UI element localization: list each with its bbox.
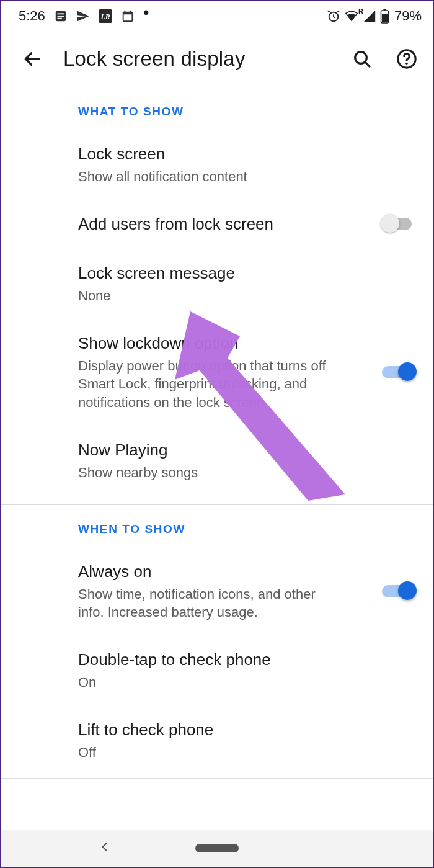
item-title: Lock screen xyxy=(78,143,415,165)
item-double-tap[interactable]: Double-tap to check phone On xyxy=(1,635,433,705)
item-subtitle: Show nearby songs xyxy=(78,463,345,482)
nav-back-button[interactable] xyxy=(99,841,111,856)
calendar-icon xyxy=(121,9,135,23)
item-title: Lift to check phone xyxy=(78,719,415,741)
toggle-add-users[interactable] xyxy=(382,214,415,234)
svg-line-12 xyxy=(365,62,370,66)
item-title: Lock screen message xyxy=(78,262,415,284)
item-lift-to-check[interactable]: Lift to check phone Off xyxy=(1,705,433,776)
item-lock-screen-message[interactable]: Lock screen message None xyxy=(1,249,433,319)
item-show-lockdown[interactable]: Show lockdown option Display power butto… xyxy=(1,319,433,426)
toggle-show-lockdown[interactable] xyxy=(382,362,415,382)
item-title: Add users from lock screen xyxy=(78,213,372,235)
message-icon xyxy=(54,9,68,23)
battery-percent: 79% xyxy=(394,8,422,24)
cell-signal-icon xyxy=(363,9,376,23)
item-title: Double-tap to check phone xyxy=(78,649,415,671)
svg-rect-9 xyxy=(382,14,388,22)
item-add-users[interactable]: Add users from lock screen xyxy=(1,200,433,249)
help-button[interactable] xyxy=(393,45,420,73)
svg-point-14 xyxy=(405,62,407,64)
item-always-on[interactable]: Always on Show time, notification icons,… xyxy=(1,547,433,635)
item-title: Always on xyxy=(78,561,372,583)
section-header-when-to-show: WHEN TO SHOW xyxy=(1,505,433,547)
item-lock-screen[interactable]: Lock screen Show all notification conten… xyxy=(1,130,433,200)
chevron-left-icon xyxy=(99,841,111,853)
screen: 5:26 LR • R xyxy=(1,1,433,832)
alarm-icon xyxy=(327,9,340,23)
item-now-playing[interactable]: Now Playing Show nearby songs xyxy=(1,426,433,496)
status-left: 5:26 LR • xyxy=(19,8,149,24)
item-subtitle: Display power button option that turns o… xyxy=(78,357,345,412)
svg-text:LR: LR xyxy=(100,12,110,21)
page-title: Lock screen display xyxy=(63,47,331,71)
svg-rect-2 xyxy=(57,16,64,17)
svg-rect-3 xyxy=(57,18,61,19)
section-header-what-to-show: WHAT TO SHOW xyxy=(1,87,433,130)
item-subtitle: On xyxy=(78,673,345,692)
back-button[interactable] xyxy=(19,45,46,73)
nav-home-pill[interactable] xyxy=(195,844,239,852)
wifi-icon: R xyxy=(344,9,359,23)
lr-app-icon: LR xyxy=(99,9,112,23)
system-nav-bar xyxy=(2,830,432,866)
item-subtitle: Show all notification content xyxy=(78,168,345,186)
arrow-left-icon xyxy=(22,49,42,69)
section-what-to-show: WHAT TO SHOW Lock screen Show all notifi… xyxy=(1,87,433,496)
status-bar: 5:26 LR • R xyxy=(1,1,433,31)
item-subtitle: None xyxy=(78,287,345,305)
status-right: R 79% xyxy=(327,8,422,24)
toggle-always-on[interactable] xyxy=(382,581,415,601)
item-title: Show lockdown option xyxy=(78,333,372,354)
svg-rect-1 xyxy=(57,13,64,14)
search-icon xyxy=(352,49,372,69)
status-time: 5:26 xyxy=(19,8,45,24)
help-icon xyxy=(396,48,417,69)
item-subtitle: Show time, notification icons, and other… xyxy=(78,585,345,622)
svg-rect-8 xyxy=(383,9,386,11)
section-when-to-show: WHEN TO SHOW Always on Show time, notifi… xyxy=(1,505,433,776)
search-button[interactable] xyxy=(348,45,376,73)
app-bar: Lock screen display xyxy=(1,31,433,87)
roaming-badge: R xyxy=(358,7,363,15)
item-title: Now Playing xyxy=(78,439,415,461)
item-subtitle: Off xyxy=(78,743,345,762)
send-icon xyxy=(76,9,90,23)
bottom-divider xyxy=(1,778,433,779)
battery-icon xyxy=(380,9,389,24)
